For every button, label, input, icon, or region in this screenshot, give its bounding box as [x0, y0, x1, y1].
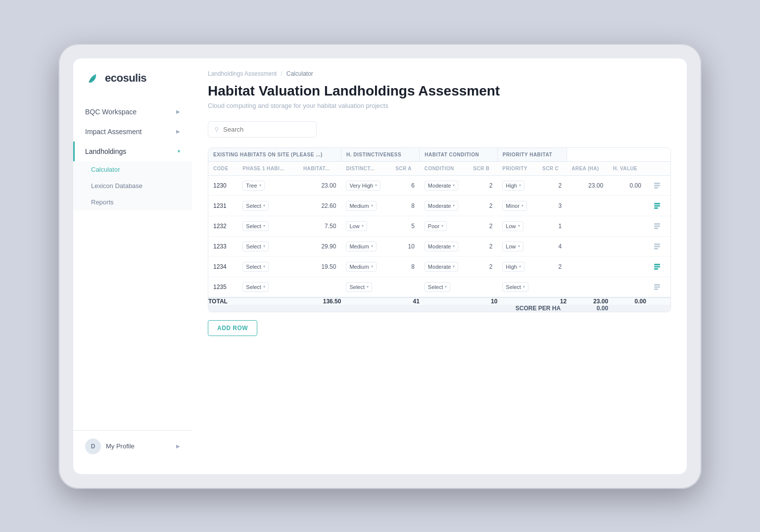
breadcrumb-parent[interactable]: Landholdings Assessment — [208, 70, 277, 77]
row-action-icon[interactable] — [651, 220, 663, 232]
table-cell: Select ▾ — [341, 277, 390, 297]
chevron-down-icon: ▾ — [518, 224, 520, 228]
svg-rect-15 — [654, 284, 660, 286]
data-table-container: EXISTING HABITATS ON SITE (PLEASE ...) H… — [208, 147, 671, 312]
action-cell — [646, 195, 670, 216]
score-per-ha-empty1 — [608, 305, 646, 312]
chevron-down-icon: ▾ — [263, 285, 265, 289]
row-action-icon[interactable] — [651, 241, 663, 252]
select-dropdown[interactable]: Tree ▾ — [242, 181, 264, 191]
table-cell: Low ▾ — [497, 216, 537, 236]
select-dropdown[interactable]: Moderate ▾ — [425, 262, 458, 272]
table-cell: Low ▾ — [497, 236, 537, 256]
select-dropdown[interactable]: Select ▾ — [502, 282, 528, 292]
select-dropdown[interactable]: Low ▾ — [346, 221, 367, 231]
select-dropdown[interactable]: Moderate ▾ — [425, 181, 458, 191]
select-dropdown[interactable]: Poor ▾ — [425, 221, 447, 231]
sidebar-item-reports[interactable]: Reports — [73, 194, 192, 210]
table-body: 1230 Tree ▾ 23.00 Very High ▾ 6 Moderate… — [208, 175, 670, 297]
table-cell: Moderate ▾ — [420, 236, 468, 256]
sidebar-item-impact[interactable]: Impact Assesment ▶ — [73, 122, 192, 142]
svg-rect-12 — [654, 264, 660, 265]
table-cell — [608, 236, 646, 256]
select-dropdown[interactable]: Select ▾ — [346, 282, 372, 292]
table-cell: High ▾ — [497, 256, 537, 277]
row-action-icon[interactable] — [651, 261, 663, 273]
col-scrb: SCR B — [468, 161, 497, 175]
sidebar-item-calculator[interactable]: Calculator — [73, 161, 192, 178]
main-content: Landholdings Assessment / Calculator Hab… — [192, 58, 687, 474]
svg-rect-1 — [654, 185, 660, 186]
sidebar-item-bqc[interactable]: BQC Workspace ▶ — [73, 102, 192, 122]
score-per-ha-row: SCORE PER HA 0.00 — [208, 305, 670, 312]
scrc-cell: 1 — [537, 216, 567, 236]
svg-rect-16 — [654, 286, 660, 288]
select-dropdown[interactable]: Select ▾ — [242, 242, 269, 251]
select-dropdown[interactable]: Medium ▾ — [346, 262, 376, 272]
table-cell: Select ▾ — [420, 277, 468, 297]
table-cell: Poor ▾ — [420, 216, 468, 236]
select-dropdown[interactable]: Medium ▾ — [346, 201, 376, 211]
select-dropdown[interactable]: Minor ▾ — [502, 201, 527, 211]
svg-rect-11 — [654, 248, 658, 249]
select-dropdown[interactable]: Low ▾ — [502, 221, 523, 231]
col-scrc: SCR C — [537, 161, 567, 175]
total-scrb: 10 — [468, 297, 497, 305]
select-dropdown[interactable]: Very High ▾ — [346, 181, 380, 191]
table-cell — [608, 216, 646, 236]
select-dropdown[interactable]: High ▾ — [502, 262, 524, 272]
total-area: 23.00 — [567, 297, 608, 305]
table-cell: Moderate ▾ — [420, 175, 468, 195]
table-cell — [567, 216, 608, 236]
select-dropdown[interactable]: Select ▾ — [242, 201, 269, 211]
table-row: 1232 Select ▾ 7.50 Low ▾ 5 Poor ▾ 2 Low … — [208, 216, 670, 236]
scra-cell — [390, 277, 420, 297]
total-scrc: 12 — [537, 297, 567, 305]
search-bar: ⚲ — [208, 121, 671, 138]
table-cell — [608, 277, 646, 297]
sidebar-item-landholdings[interactable]: Landholdings ▾ — [73, 142, 192, 161]
table-cell: Select ▾ — [238, 216, 298, 236]
code-cell: 1232 — [208, 216, 238, 236]
row-action-icon[interactable] — [651, 281, 663, 293]
total-hvalue: 0.00 — [608, 297, 646, 305]
select-dropdown[interactable]: High ▾ — [502, 181, 524, 191]
select-dropdown[interactable]: Select ▾ — [425, 282, 451, 292]
search-input[interactable] — [223, 126, 310, 133]
code-cell: 1235 — [208, 277, 238, 297]
select-dropdown[interactable]: Moderate ▾ — [425, 242, 458, 251]
group-header-habitats: EXISTING HABITATS ON SITE (PLEASE ...) — [208, 148, 341, 162]
score-per-ha-value: 0.00 — [567, 305, 608, 312]
select-dropdown[interactable]: Select ▾ — [242, 282, 269, 292]
table-cell: High ▾ — [497, 175, 537, 195]
breadcrumb-separator: / — [281, 70, 282, 77]
row-action-icon[interactable] — [651, 200, 663, 212]
select-dropdown[interactable]: Select ▾ — [242, 262, 269, 272]
table-cell: Minor ▾ — [497, 195, 537, 216]
table-cell — [608, 256, 646, 277]
chevron-down-icon: ▾ — [519, 264, 521, 269]
col-area: AREA (ha) — [567, 161, 608, 175]
profile-name: My Profile — [106, 442, 171, 450]
add-row-button[interactable]: ADD ROW — [208, 320, 257, 336]
select-dropdown[interactable]: Select ▾ — [242, 221, 269, 231]
logo-text: ecosulis — [105, 72, 146, 85]
table-cell: Medium ▾ — [341, 195, 390, 216]
chevron-down-icon: ▾ — [371, 203, 373, 208]
svg-rect-5 — [654, 207, 658, 209]
table-cell: Low ▾ — [341, 216, 390, 236]
chevron-down-icon: ▾ — [375, 183, 377, 188]
code-cell: 1234 — [208, 256, 238, 277]
scra-cell: 10 — [390, 236, 420, 256]
sidebar-item-lexicon[interactable]: Lexicon Database — [73, 178, 192, 194]
select-dropdown[interactable]: Medium ▾ — [346, 242, 376, 251]
col-condition: CONDITION — [420, 161, 468, 175]
sidebar: ecosulis BQC Workspace ▶ Impact Assesmen… — [73, 58, 192, 474]
select-dropdown[interactable]: Low ▾ — [502, 242, 523, 251]
code-cell: 1231 — [208, 195, 238, 216]
chevron-down-icon: ▾ — [178, 148, 180, 154]
profile-section[interactable]: D My Profile ▶ — [73, 430, 192, 462]
row-action-icon[interactable] — [651, 180, 663, 192]
select-dropdown[interactable]: Moderate ▾ — [425, 201, 458, 211]
col-phase1: PHASE 1 HABI... — [238, 161, 298, 175]
